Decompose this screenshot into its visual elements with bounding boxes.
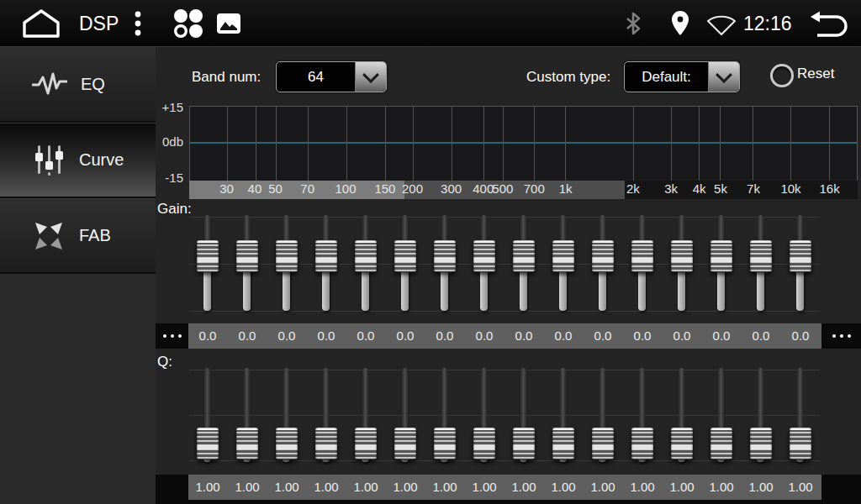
app-title: DSP bbox=[79, 0, 119, 47]
chevron-down-icon bbox=[716, 66, 732, 83]
q-value: 1.00 bbox=[188, 475, 227, 500]
gain-slider-thumb[interactable] bbox=[592, 240, 614, 272]
gain-slider[interactable] bbox=[315, 215, 337, 311]
gain-slider[interactable] bbox=[394, 215, 416, 311]
q-slider-thumb[interactable] bbox=[394, 428, 416, 459]
q-slider-thumb[interactable] bbox=[434, 428, 456, 459]
q-slider-thumb[interactable] bbox=[671, 428, 693, 459]
gain-section-label: Gain: bbox=[157, 201, 192, 218]
q-scroll-left-button[interactable] bbox=[156, 475, 188, 500]
gain-slider[interactable] bbox=[710, 215, 732, 311]
sidebar-item-curve[interactable]: Curve bbox=[0, 123, 156, 198]
plot-gridline bbox=[276, 107, 277, 181]
band-num-dropdown[interactable]: 64 bbox=[276, 61, 387, 92]
q-slider[interactable] bbox=[592, 368, 614, 462]
plot-gridline bbox=[753, 107, 753, 181]
q-slider[interactable] bbox=[513, 368, 535, 462]
q-slider[interactable] bbox=[552, 368, 574, 462]
gain-slider[interactable] bbox=[355, 215, 377, 311]
gain-slider[interactable] bbox=[552, 215, 574, 311]
gain-slider[interactable] bbox=[671, 215, 693, 311]
q-slider[interactable] bbox=[394, 368, 416, 462]
gain-slider-thumb[interactable] bbox=[790, 240, 811, 272]
gain-slider-thumb[interactable] bbox=[197, 240, 219, 272]
q-slider-thumb[interactable] bbox=[592, 428, 614, 459]
q-slider-thumb[interactable] bbox=[197, 428, 219, 459]
q-slider-thumb[interactable] bbox=[276, 428, 298, 459]
q-slider-thumb[interactable] bbox=[513, 428, 535, 459]
gain-slider-thumb[interactable] bbox=[276, 240, 298, 272]
q-slider[interactable] bbox=[315, 368, 337, 462]
q-scroll-right-button[interactable] bbox=[821, 475, 861, 500]
gallery-icon[interactable] bbox=[217, 13, 240, 34]
gain-slider-thumb[interactable] bbox=[434, 240, 456, 272]
gain-slider-thumb[interactable] bbox=[473, 240, 495, 272]
gain-slider-thumb[interactable] bbox=[315, 240, 337, 272]
q-slider[interactable] bbox=[236, 368, 258, 462]
band-num-dropdown-button[interactable] bbox=[355, 62, 386, 92]
plot-gridline bbox=[413, 107, 414, 181]
gain-slider[interactable] bbox=[276, 215, 298, 311]
q-slider-thumb[interactable] bbox=[790, 428, 811, 459]
custom-type-dropdown-button[interactable] bbox=[708, 62, 739, 92]
q-value: 1.00 bbox=[584, 475, 622, 500]
q-slider-thumb[interactable] bbox=[355, 428, 377, 459]
gain-slider-thumb[interactable] bbox=[236, 240, 258, 272]
q-slider[interactable] bbox=[276, 368, 298, 462]
gain-slider[interactable] bbox=[513, 215, 535, 311]
q-value: 1.00 bbox=[386, 475, 425, 500]
q-slider[interactable] bbox=[750, 368, 772, 462]
gain-slider-thumb[interactable] bbox=[513, 240, 535, 272]
gain-slider[interactable] bbox=[750, 215, 772, 311]
ellipsis-icon bbox=[832, 334, 836, 338]
q-slider-thumb[interactable] bbox=[631, 428, 653, 459]
q-slider-thumb[interactable] bbox=[552, 428, 574, 459]
q-slider[interactable] bbox=[790, 368, 811, 462]
gain-slider-thumb[interactable] bbox=[710, 240, 732, 272]
gain-slider-thumb[interactable] bbox=[355, 240, 377, 272]
gain-slider-thumb[interactable] bbox=[631, 240, 653, 272]
q-section-label: Q: bbox=[157, 354, 172, 370]
apps-icon[interactable] bbox=[171, 8, 206, 39]
y-axis-label-max: +15 bbox=[156, 100, 183, 114]
gain-slider[interactable] bbox=[236, 215, 258, 311]
q-slider-thumb[interactable] bbox=[750, 428, 772, 459]
frequency-tick-label: 500 bbox=[492, 181, 513, 196]
band-num-label: Band num: bbox=[192, 61, 261, 92]
q-slider[interactable] bbox=[434, 368, 456, 462]
gain-scroll-right-button[interactable] bbox=[821, 323, 861, 349]
back-icon[interactable] bbox=[809, 10, 848, 39]
q-slider[interactable] bbox=[631, 368, 653, 462]
q-slider-thumb[interactable] bbox=[236, 428, 258, 459]
q-slider[interactable] bbox=[197, 368, 219, 462]
q-slider[interactable] bbox=[710, 368, 732, 462]
q-slider[interactable] bbox=[473, 368, 495, 462]
gain-slider-thumb[interactable] bbox=[552, 240, 574, 272]
home-icon[interactable] bbox=[22, 9, 61, 38]
gain-slider-thumb[interactable] bbox=[750, 240, 772, 272]
fab-balance-icon bbox=[32, 219, 66, 253]
q-slider-thumb[interactable] bbox=[710, 428, 732, 459]
frequency-axis[interactable]: 304050701001502003004005007001k2k3k4k5k7… bbox=[189, 181, 858, 199]
gain-scroll-left-button[interactable] bbox=[156, 323, 188, 349]
plot-gridline bbox=[790, 107, 791, 181]
reset-radio[interactable] bbox=[770, 64, 794, 87]
sidebar-item-eq[interactable]: EQ bbox=[0, 47, 156, 123]
gain-slider[interactable] bbox=[434, 215, 456, 311]
q-slider[interactable] bbox=[671, 368, 693, 462]
gain-slider[interactable] bbox=[473, 215, 495, 311]
gain-slider[interactable] bbox=[592, 215, 614, 311]
eq-curve-plot[interactable] bbox=[189, 106, 858, 181]
custom-type-dropdown[interactable]: Default: bbox=[624, 61, 740, 92]
gain-slider[interactable] bbox=[790, 215, 811, 311]
q-slider[interactable] bbox=[355, 368, 377, 462]
overflow-menu-icon[interactable] bbox=[133, 11, 143, 36]
gain-slider[interactable] bbox=[631, 215, 653, 311]
sidebar-item-fab[interactable]: FAB bbox=[0, 198, 156, 274]
gain-slider-thumb[interactable] bbox=[394, 240, 416, 272]
q-slider-thumb[interactable] bbox=[473, 428, 495, 459]
gain-slider-thumb[interactable] bbox=[671, 240, 693, 272]
q-slider-thumb[interactable] bbox=[315, 428, 337, 459]
plot-gridline bbox=[346, 107, 347, 181]
gain-slider[interactable] bbox=[197, 215, 219, 311]
